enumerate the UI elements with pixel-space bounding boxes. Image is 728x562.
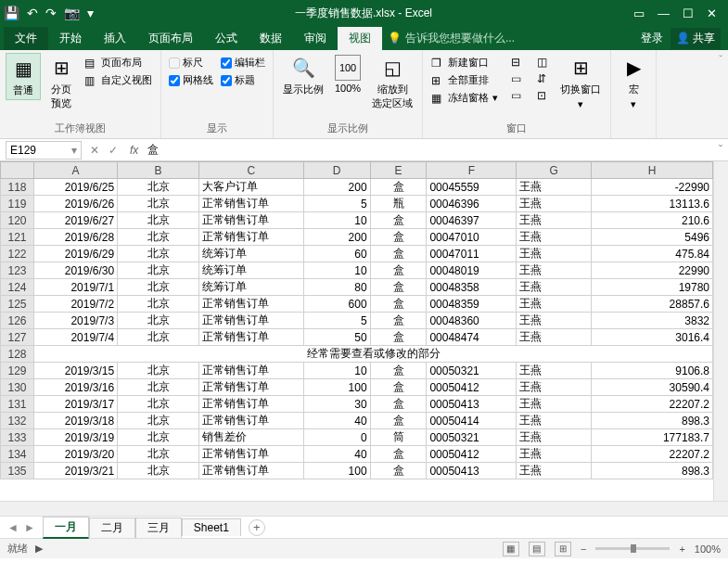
cell[interactable]: 5 <box>303 196 370 212</box>
cell[interactable]: 19780 <box>592 279 713 296</box>
sheet-tab-3[interactable]: Sheet1 <box>182 518 241 536</box>
sheet-nav-prev-icon[interactable]: ◄ <box>7 521 19 534</box>
cell[interactable]: 正常销售订单 <box>198 463 303 479</box>
save-icon[interactable]: 💾 <box>4 6 19 20</box>
cell[interactable]: 王燕 <box>517 446 592 463</box>
cell[interactable]: 盒 <box>370 446 427 463</box>
cell[interactable]: 00050321 <box>427 363 517 379</box>
ribbon-options-icon[interactable]: ▭ <box>633 6 645 20</box>
cell[interactable]: 5 <box>303 313 370 329</box>
cell[interactable]: 22207.2 <box>592 396 713 413</box>
sync-scroll-button[interactable]: ⇵ <box>534 71 553 86</box>
cell[interactable]: 盒 <box>370 262 427 279</box>
cell[interactable]: 北京 <box>118 296 199 313</box>
cell[interactable]: 00050413 <box>427 396 517 413</box>
cell[interactable]: 2019/7/4 <box>34 329 118 346</box>
formula-bar-checkbox[interactable]: 编辑栏 <box>219 55 267 70</box>
sheet-nav-next-icon[interactable]: ► <box>24 521 35 534</box>
cell[interactable]: 30 <box>303 396 370 413</box>
cell[interactable]: 统筹订单 <box>198 246 303 262</box>
row-header[interactable]: 121 <box>1 229 34 246</box>
row-header[interactable]: 128 <box>1 346 34 363</box>
cell[interactable]: 瓶 <box>370 196 427 212</box>
cell[interactable]: 正常销售订单 <box>198 229 303 246</box>
page-break-status-button[interactable]: ⊞ <box>555 542 571 556</box>
cell[interactable]: 210.6 <box>592 212 713 229</box>
cell[interactable]: 北京 <box>118 179 199 196</box>
cell[interactable]: 王燕 <box>517 296 592 313</box>
cell[interactable]: 2019/6/28 <box>34 229 118 246</box>
cell[interactable]: 盒 <box>370 396 427 413</box>
grid[interactable]: ABCDEFGH 118 2019/6/25 北京 大客户订单 200 盒 00… <box>0 161 713 501</box>
cell[interactable]: 00047011 <box>427 246 517 262</box>
cell[interactable]: 00047010 <box>427 229 517 246</box>
zoom-out-button[interactable]: − <box>581 543 586 555</box>
cell[interactable]: 筒 <box>370 429 427 446</box>
cell[interactable]: 正常销售订单 <box>198 196 303 212</box>
zoom-slider[interactable] <box>595 547 670 550</box>
cell[interactable]: 100 <box>303 463 370 479</box>
add-sheet-button[interactable]: + <box>249 519 265 536</box>
formula-input[interactable]: 盒 <box>142 142 713 158</box>
normal-view-status-button[interactable]: ▦ <box>503 542 519 556</box>
cell[interactable]: 正常销售订单 <box>198 296 303 313</box>
cell[interactable]: 王燕 <box>517 396 592 413</box>
cell[interactable]: 盒 <box>370 329 427 346</box>
cell[interactable]: 大客户订单 <box>198 179 303 196</box>
zoom-100-button[interactable]: 100 100% <box>331 53 364 96</box>
cell[interactable]: 北京 <box>118 313 199 329</box>
cell[interactable]: 盒 <box>370 212 427 229</box>
row-header[interactable]: 118 <box>1 179 34 196</box>
cell[interactable]: 盒 <box>370 279 427 296</box>
cell[interactable]: 2019/3/18 <box>34 413 118 429</box>
cell[interactable]: 00050412 <box>427 446 517 463</box>
cell[interactable]: 2019/6/30 <box>34 262 118 279</box>
macro-record-icon[interactable]: ▶ <box>35 543 43 555</box>
row-header[interactable]: 122 <box>1 246 34 262</box>
cell[interactable]: 北京 <box>118 229 199 246</box>
cell[interactable]: 2019/3/17 <box>34 396 118 413</box>
cell[interactable]: 898.3 <box>592 463 713 479</box>
cell[interactable]: 200 <box>303 229 370 246</box>
custom-view-button[interactable]: ▥自定义视图 <box>82 72 155 88</box>
cell[interactable]: 盒 <box>370 246 427 262</box>
qat-more-icon[interactable]: ▾ <box>87 6 94 20</box>
row-header[interactable]: 127 <box>1 329 34 346</box>
cell[interactable]: 00050413 <box>427 463 517 479</box>
login-link[interactable]: 登录 <box>641 31 663 46</box>
cell[interactable]: 盒 <box>370 379 427 396</box>
cell[interactable]: 王燕 <box>517 279 592 296</box>
sheet-tab-1[interactable]: 二月 <box>89 517 135 538</box>
side-by-side-button[interactable]: ◫ <box>534 55 553 70</box>
row-header[interactable]: 123 <box>1 262 34 279</box>
close-icon[interactable]: ✕ <box>707 6 717 20</box>
zoom-in-button[interactable]: + <box>679 543 684 555</box>
cell[interactable]: 200 <box>303 179 370 196</box>
cell[interactable]: 40 <box>303 446 370 463</box>
cell[interactable]: 00048360 <box>427 313 517 329</box>
cell[interactable]: 177183.7 <box>592 429 713 446</box>
tell-me[interactable]: 💡 告诉我您想要做什么... <box>388 31 515 46</box>
cell[interactable]: 王燕 <box>517 246 592 262</box>
cell[interactable]: 北京 <box>118 262 199 279</box>
col-header-B[interactable]: B <box>118 162 199 179</box>
cell[interactable]: 60 <box>303 246 370 262</box>
cell[interactable]: 2019/3/19 <box>34 429 118 446</box>
tab-insert[interactable]: 插入 <box>93 27 137 50</box>
cell[interactable]: 王燕 <box>517 329 592 346</box>
cell[interactable]: 北京 <box>118 396 199 413</box>
cell[interactable]: 统筹订单 <box>198 262 303 279</box>
cell[interactable]: 盒 <box>370 296 427 313</box>
cell[interactable]: 北京 <box>118 463 199 479</box>
accept-formula-icon[interactable]: ✓ <box>106 144 121 157</box>
name-box[interactable]: E129 ▾ <box>6 141 82 160</box>
cell[interactable]: 898.3 <box>592 413 713 429</box>
row-header[interactable]: 120 <box>1 212 34 229</box>
tab-data[interactable]: 数据 <box>249 27 293 50</box>
cell[interactable]: 正常销售订单 <box>198 329 303 346</box>
cell[interactable]: 正常销售订单 <box>198 212 303 229</box>
undo-icon[interactable]: ↶ <box>27 6 38 20</box>
cell[interactable]: 30590.4 <box>592 379 713 396</box>
name-box-dropdown-icon[interactable]: ▾ <box>71 144 77 157</box>
macros-button[interactable]: ▶ 宏 ▾ <box>617 53 650 112</box>
